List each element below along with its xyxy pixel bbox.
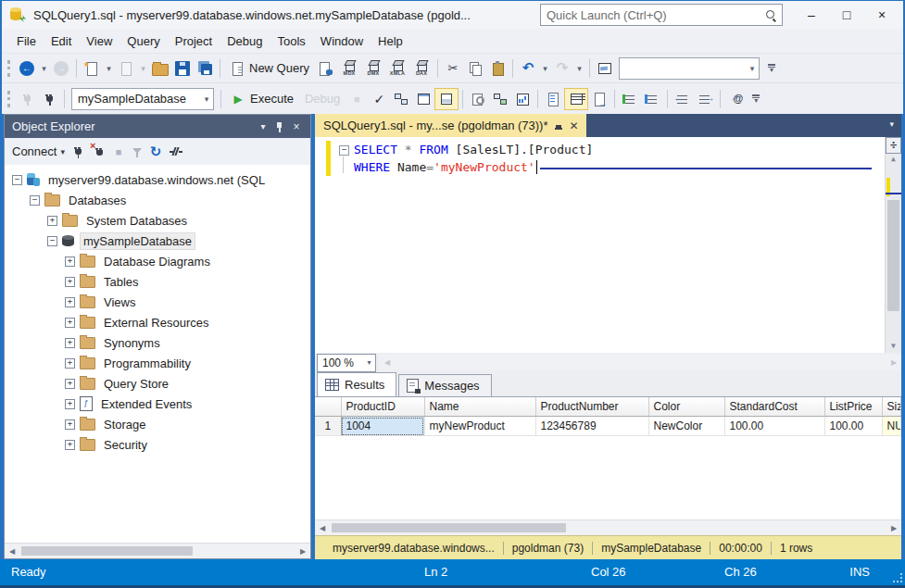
redo-menu-caret-icon[interactable]: ▾ — [573, 57, 585, 80]
grid-cell[interactable]: NULL — [882, 417, 901, 436]
template-parameters-button[interactable] — [724, 88, 747, 110]
results-to-grid-button[interactable] — [564, 88, 588, 110]
tab-pin-icon[interactable] — [555, 120, 563, 131]
increase-indent-button[interactable] — [694, 88, 716, 110]
grid-cell[interactable]: myNewProduct — [424, 417, 535, 436]
tree-item-views[interactable]: +Views — [5, 292, 310, 312]
new-file-menu-caret-icon[interactable]: ▾ — [103, 57, 115, 80]
toolbar1-overflow-button[interactable]: ▾ — [764, 57, 779, 80]
tuning-advisor-button[interactable] — [467, 88, 489, 110]
tree-item-mysampledatabase[interactable]: −mySampleDatabase — [5, 231, 310, 251]
split-editor-handle[interactable] — [886, 137, 901, 154]
add-item-button[interactable] — [115, 57, 137, 80]
tree-item-myserver99-database-windows-net-sql[interactable]: −myserver99.database.windows.net (SQL — [5, 169, 310, 190]
database-query-button[interactable] — [315, 57, 337, 80]
scroll-thumb[interactable] — [21, 546, 193, 556]
menu-file[interactable]: File — [9, 31, 44, 52]
disconnect-icon[interactable] — [91, 144, 106, 159]
client-statistics-button[interactable] — [511, 88, 534, 110]
new-query-button[interactable]: New Query — [224, 57, 315, 80]
editor-hscrollbar[interactable]: ◀ ▶ — [380, 355, 901, 370]
undo-menu-caret-icon[interactable]: ▾ — [539, 57, 551, 80]
tree-item-tables[interactable]: +Tables — [5, 271, 310, 292]
toolbar-grip[interactable] — [7, 60, 10, 77]
tree-item-external-resources[interactable]: +External Resources — [5, 312, 310, 332]
activity-monitor-icon[interactable] — [169, 144, 183, 159]
maximize-button[interactable]: □ — [831, 4, 862, 26]
object-explorer-hscrollbar[interactable]: ◀ ▶ — [5, 543, 310, 558]
query-options-button[interactable] — [412, 88, 434, 110]
scroll-left-icon[interactable]: ◀ — [5, 547, 19, 556]
results-to-text-button[interactable] — [542, 88, 564, 110]
save-all-button[interactable] — [194, 57, 216, 80]
mdx-query-button[interactable]: MDX — [337, 57, 361, 80]
menu-view[interactable]: View — [79, 31, 119, 52]
selection-window-button[interactable] — [594, 57, 616, 80]
menu-edit[interactable]: Edit — [44, 31, 79, 52]
connect-plug-icon[interactable] — [70, 144, 85, 159]
scroll-up-icon[interactable]: ▲ — [886, 155, 901, 163]
query-tab[interactable]: SQLQuery1.sql - my...se (pgoldman (73))*… — [315, 114, 586, 137]
filter-icon[interactable] — [132, 147, 143, 158]
scroll-thumb[interactable] — [332, 523, 566, 532]
panel-close-icon[interactable]: × — [288, 119, 305, 135]
expand-toggle-icon[interactable]: − — [30, 195, 40, 206]
results-pane-button[interactable] — [434, 88, 459, 110]
redo-button[interactable] — [551, 57, 573, 80]
undo-button[interactable] — [517, 57, 539, 80]
toolbar-grip[interactable] — [7, 91, 10, 107]
new-file-button[interactable] — [81, 57, 103, 80]
debug-button[interactable]: Debug — [299, 88, 346, 110]
scroll-thumb[interactable] — [887, 200, 899, 311]
grid-cell[interactable]: 100.00 — [824, 417, 882, 436]
tree-item-storage[interactable]: +Storage — [5, 414, 310, 434]
parse-button[interactable] — [368, 88, 390, 110]
column-header-color[interactable]: Color — [648, 397, 724, 417]
expand-toggle-icon[interactable]: + — [65, 256, 75, 267]
comment-button[interactable] — [619, 88, 641, 110]
panel-menu-caret-icon[interactable]: ▾ — [255, 119, 271, 135]
expand-toggle-icon[interactable]: + — [47, 216, 57, 226]
add-item-menu-caret-icon[interactable]: ▾ — [137, 57, 149, 80]
save-button[interactable] — [171, 57, 194, 80]
grid-cell[interactable]: 100.00 — [724, 417, 824, 436]
column-header-standardcost[interactable]: StandardCost — [724, 397, 824, 417]
dax-query-button[interactable]: DAX — [409, 57, 434, 80]
paste-button[interactable] — [486, 57, 509, 80]
menu-window[interactable]: Window — [313, 31, 371, 52]
tree-item-query-store[interactable]: +Query Store — [5, 373, 310, 394]
tree-item-synonyms[interactable]: +Synonyms — [5, 332, 310, 353]
menu-query[interactable]: Query — [119, 31, 167, 52]
stop-icon[interactable] — [111, 144, 126, 159]
resize-grip[interactable] — [893, 573, 902, 582]
column-header-name[interactable]: Name — [424, 397, 535, 417]
expand-toggle-icon[interactable]: − — [12, 175, 22, 185]
menu-debug[interactable]: Debug — [220, 31, 270, 52]
expand-toggle-icon[interactable]: + — [65, 277, 75, 287]
tree-item-databases[interactable]: −Databases — [5, 190, 310, 210]
expand-toggle-icon[interactable]: − — [47, 236, 57, 246]
database-selector-combobox[interactable]: mySampleDatabase▾ — [71, 88, 214, 110]
tab-close-icon[interactable]: ✕ — [570, 120, 579, 131]
scroll-right-icon[interactable]: ▶ — [886, 524, 901, 532]
pin-icon[interactable] — [271, 119, 288, 135]
expand-toggle-icon[interactable]: + — [65, 318, 75, 328]
sql-editor[interactable]: − SELECT * FROM [SalesLT].[Product] WHER… — [315, 137, 901, 353]
decrease-indent-button[interactable] — [672, 88, 694, 110]
connect-gray-button[interactable] — [16, 88, 38, 110]
scroll-down-icon[interactable]: ▼ — [886, 342, 901, 350]
dmx-query-button[interactable]: DMX — [361, 57, 385, 80]
tree-item-system-databases[interactable]: +System Databases — [5, 210, 310, 231]
expand-toggle-icon[interactable]: + — [65, 297, 75, 307]
expand-toggle-icon[interactable]: + — [65, 358, 75, 369]
copy-button[interactable] — [464, 57, 486, 80]
column-header-productnumber[interactable]: ProductNumber — [535, 397, 648, 417]
execute-button[interactable]: Execute — [225, 88, 299, 110]
tab-results[interactable]: Results — [317, 372, 396, 396]
expand-toggle-icon[interactable]: + — [65, 338, 75, 348]
back-button[interactable] — [16, 57, 38, 80]
results-hscrollbar[interactable]: ◀ ▶ — [315, 519, 901, 535]
open-folder-button[interactable] — [149, 57, 171, 80]
editor-vscrollbar[interactable]: ▲ ▼ — [885, 137, 901, 353]
grid-cell[interactable]: NewColor — [648, 417, 724, 436]
